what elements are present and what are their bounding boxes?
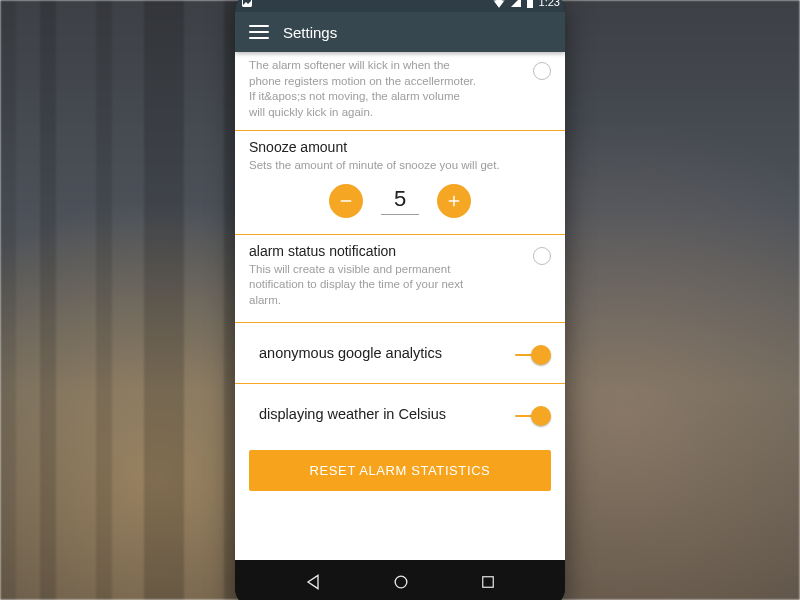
notif-title: alarm status notification xyxy=(249,243,513,259)
alarm-softener-desc: The alarm softener will kick in when the… xyxy=(249,58,479,120)
home-icon[interactable] xyxy=(391,572,411,592)
back-icon[interactable] xyxy=(303,572,323,592)
recent-apps-icon[interactable] xyxy=(479,573,497,591)
setting-analytics: anonymous google analytics xyxy=(235,323,565,384)
svg-rect-5 xyxy=(453,195,455,206)
android-navbar xyxy=(235,560,565,600)
status-notification-toggle[interactable] xyxy=(513,247,551,267)
setting-alarm-softener: The alarm softener will kick in when the… xyxy=(235,52,565,131)
signal-icon xyxy=(510,0,522,8)
alarm-softener-toggle[interactable] xyxy=(513,62,551,82)
reset-statistics-button[interactable]: RESET ALARM STATISTICS xyxy=(249,450,551,491)
status-clock: 1:23 xyxy=(539,0,560,8)
app-bar: Settings xyxy=(235,12,565,52)
analytics-toggle[interactable] xyxy=(513,345,551,365)
menu-icon[interactable] xyxy=(249,25,269,39)
celsius-toggle[interactable] xyxy=(513,406,551,426)
setting-status-notification: alarm status notification This will crea… xyxy=(235,235,565,324)
snooze-stepper: 5 xyxy=(249,184,551,218)
celsius-label: displaying weather in Celsius xyxy=(259,406,513,422)
battery-icon xyxy=(526,0,534,8)
analytics-label: anonymous google analytics xyxy=(259,345,513,361)
setting-snooze-amount: Snooze amount Sets the amount of minute … xyxy=(235,131,565,235)
image-icon xyxy=(241,0,253,8)
notif-desc: This will create a visible and permanent… xyxy=(249,262,479,309)
snooze-value[interactable]: 5 xyxy=(381,186,419,215)
wifi-icon xyxy=(492,0,506,8)
setting-celsius: displaying weather in Celsius xyxy=(235,384,565,444)
svg-rect-1 xyxy=(527,0,533,8)
minus-icon xyxy=(337,192,355,210)
status-bar: 1:23 xyxy=(235,0,565,12)
snooze-title: Snooze amount xyxy=(249,139,551,155)
svg-rect-3 xyxy=(341,200,352,202)
phone-frame: 1:23 Settings The alarm softener will ki… xyxy=(235,0,565,600)
settings-content[interactable]: The alarm softener will kick in when the… xyxy=(235,52,565,560)
page-title: Settings xyxy=(283,24,337,41)
svg-rect-7 xyxy=(483,577,494,588)
snooze-decrement-button[interactable] xyxy=(329,184,363,218)
svg-point-6 xyxy=(395,576,407,588)
plus-icon xyxy=(445,192,463,210)
snooze-desc: Sets the amount of minute of snooze you … xyxy=(249,158,551,174)
snooze-increment-button[interactable] xyxy=(437,184,471,218)
